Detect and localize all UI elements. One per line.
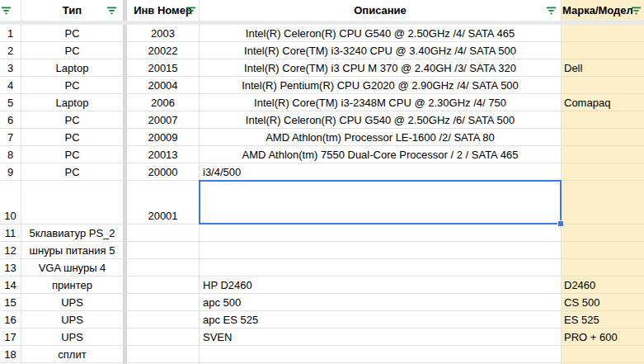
filter-icon[interactable]: [631, 6, 642, 15]
brand-model-cell[interactable]: [562, 111, 644, 129]
type-cell[interactable]: [21, 181, 127, 225]
row-number-cell[interactable]: 16: [0, 311, 21, 329]
type-cell[interactable]: Laptop: [21, 94, 127, 111]
brand-model-cell[interactable]: ES 525: [562, 311, 644, 329]
row-number-cell[interactable]: 12: [0, 242, 21, 259]
type-cell[interactable]: UPS: [21, 294, 127, 311]
description-cell[interactable]: Intel(R) Core(TM) i3-2348M CPU @ 2.30GHz…: [200, 94, 562, 111]
column-header-rownum[interactable]: [0, 0, 21, 21]
brand-model-cell[interactable]: Comapaq: [562, 94, 644, 111]
brand-model-cell[interactable]: CS 500: [562, 294, 644, 311]
inventory-number-cell[interactable]: 20007: [127, 111, 200, 129]
type-cell[interactable]: VGA шнуры 4: [21, 259, 127, 277]
inventory-number-cell[interactable]: 20009: [127, 129, 200, 146]
row-number-cell[interactable]: 14: [0, 277, 21, 294]
row-number-cell[interactable]: 4: [0, 77, 21, 94]
brand-model-cell[interactable]: [562, 259, 644, 277]
inventory-number-cell[interactable]: 20015: [127, 59, 200, 77]
inventory-number-cell[interactable]: [127, 294, 200, 311]
description-cell[interactable]: AMD Athlon(tm) Processor LE-1600 /2/ SAT…: [200, 129, 562, 146]
description-cell[interactable]: Intel(R) Core(TM) i3 CPU M 370 @ 2.40GH …: [200, 59, 562, 77]
column-header-brand-model[interactable]: Марка/Модел: [562, 0, 644, 21]
row-number-cell[interactable]: 18: [0, 346, 21, 363]
row-number-cell[interactable]: 9: [0, 163, 21, 181]
inventory-number-cell[interactable]: [127, 242, 200, 259]
description-cell[interactable]: SVEN: [200, 329, 562, 346]
inventory-number-cell[interactable]: 20022: [127, 42, 200, 59]
inventory-number-cell[interactable]: [127, 225, 200, 242]
row-number-cell[interactable]: 11: [0, 225, 21, 242]
type-cell[interactable]: UPS: [21, 329, 127, 346]
column-header-description[interactable]: Описание: [200, 0, 562, 21]
filter-icon[interactable]: [186, 6, 196, 15]
inventory-number-cell[interactable]: [127, 329, 200, 346]
brand-model-cell[interactable]: [562, 42, 644, 59]
type-cell[interactable]: PC: [21, 163, 127, 181]
row-number-cell[interactable]: 3: [0, 59, 21, 77]
row-number-cell[interactable]: 13: [0, 259, 21, 277]
description-cell[interactable]: apc 500: [200, 294, 562, 311]
brand-model-cell[interactable]: [562, 181, 644, 225]
description-cell[interactable]: Intel(R) Celeron(R) CPU G540 @ 2.50GHz /…: [200, 25, 562, 42]
row-number-cell[interactable]: 1: [0, 25, 21, 42]
description-cell[interactable]: [200, 242, 562, 259]
type-cell[interactable]: PC: [21, 42, 127, 59]
column-header-inventory-number[interactable]: Инв Номер: [127, 0, 200, 21]
description-cell[interactable]: [200, 181, 562, 225]
type-cell[interactable]: PC: [21, 111, 127, 129]
fill-handle[interactable]: [557, 220, 564, 227]
inventory-number-cell[interactable]: [127, 259, 200, 277]
type-cell[interactable]: PC: [21, 25, 127, 42]
brand-model-cell[interactable]: [562, 25, 644, 42]
inventory-number-cell[interactable]: 20004: [127, 77, 200, 94]
description-cell[interactable]: apc ES 525: [200, 311, 562, 329]
type-cell[interactable]: принтер: [21, 277, 127, 294]
description-cell[interactable]: Intel(R) Core(TM) i3-3240 CPU @ 3.40GHz …: [200, 42, 562, 59]
row-number-cell[interactable]: 17: [0, 329, 21, 346]
brand-model-cell[interactable]: [562, 346, 644, 363]
row-number-cell[interactable]: 8: [0, 146, 21, 163]
description-cell[interactable]: AMD Athlon(tm) 7550 Dual-Core Processor …: [200, 146, 562, 163]
description-cell[interactable]: i3/4/500: [200, 163, 562, 181]
row-number-cell[interactable]: 15: [0, 294, 21, 311]
inventory-number-cell[interactable]: 20013: [127, 146, 200, 163]
row-number-cell[interactable]: 2: [0, 42, 21, 59]
description-cell[interactable]: Intel(R) Celeron(R) CPU G540 @ 2.50GHz /…: [200, 111, 562, 129]
inventory-number-cell[interactable]: 2003: [127, 25, 200, 42]
column-header-type[interactable]: Тип: [21, 0, 127, 21]
description-cell[interactable]: HP D2460: [200, 277, 562, 294]
type-cell[interactable]: сплит: [21, 346, 127, 363]
brand-model-cell[interactable]: Dell: [562, 59, 644, 77]
brand-model-cell[interactable]: [562, 77, 644, 94]
type-cell[interactable]: 5клавиатур PS_2: [21, 225, 127, 242]
brand-model-cell[interactable]: [562, 225, 644, 242]
inventory-number-cell[interactable]: 20000: [127, 163, 200, 181]
inventory-number-cell[interactable]: [127, 277, 200, 294]
type-cell[interactable]: Laptop: [21, 59, 127, 77]
row-number-cell[interactable]: 7: [0, 129, 21, 146]
type-cell[interactable]: PC: [21, 129, 127, 146]
inventory-number-cell[interactable]: [127, 346, 200, 363]
filter-icon[interactable]: [546, 6, 557, 15]
brand-model-cell[interactable]: [562, 146, 644, 163]
type-cell[interactable]: UPS: [21, 311, 127, 329]
brand-model-cell[interactable]: [562, 242, 644, 259]
inventory-number-cell[interactable]: 2006: [127, 94, 200, 111]
filter-icon[interactable]: [106, 6, 117, 15]
description-cell[interactable]: [200, 346, 562, 363]
brand-model-cell[interactable]: PRO + 600: [562, 329, 644, 346]
filter-icon[interactable]: [1, 6, 12, 15]
inventory-number-cell[interactable]: 20001: [127, 181, 200, 225]
type-cell[interactable]: шнуры питания 5: [21, 242, 127, 259]
brand-model-cell[interactable]: D2460: [562, 277, 644, 294]
type-cell[interactable]: PC: [21, 77, 127, 94]
brand-model-cell[interactable]: [562, 129, 644, 146]
description-cell[interactable]: Intel(R) Pentium(R) CPU G2020 @ 2.90GHz …: [200, 77, 562, 94]
description-cell[interactable]: [200, 259, 562, 277]
row-number-cell[interactable]: 6: [0, 111, 21, 129]
inventory-number-cell[interactable]: [127, 311, 200, 329]
row-number-cell[interactable]: 5: [0, 94, 21, 111]
row-number-cell[interactable]: 10: [0, 181, 21, 225]
brand-model-cell[interactable]: [562, 163, 644, 181]
description-cell[interactable]: [200, 225, 562, 242]
